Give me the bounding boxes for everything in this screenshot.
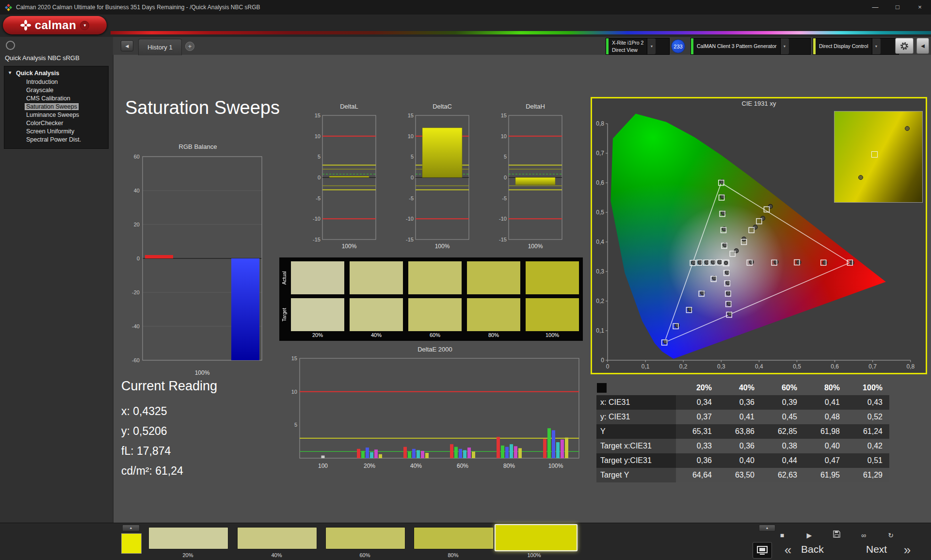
svg-text:15: 15 — [315, 112, 321, 118]
back-button[interactable]: Back — [801, 544, 824, 555]
svg-text:0,8: 0,8 — [906, 363, 915, 370]
delta-c-chart: DeltaC151050-5-10-15100% — [399, 103, 472, 254]
sidebar-collapse-button[interactable]: ◀ — [121, 40, 133, 51]
svg-text:-5: -5 — [502, 195, 507, 201]
display-view-button[interactable] — [753, 542, 772, 559]
svg-text:-40: -40 — [132, 323, 140, 329]
svg-text:5: 5 — [411, 154, 414, 160]
swatch-column-label: 80% — [467, 332, 520, 338]
svg-text:-5: -5 — [409, 195, 414, 201]
table-cell: 62,85 — [761, 424, 804, 439]
current-pattern-swatch — [121, 533, 142, 554]
cie-values-table: 20%40%60%80%100%x: CIE310,340,360,390,41… — [596, 381, 889, 482]
reading-cdm2: cd/m²: 61,24 — [121, 461, 217, 481]
meter-dropdown[interactable]: X-Rite i1Pro 2 Direct View ▼ — [606, 38, 670, 55]
table-cell: 0,41 — [719, 410, 761, 424]
rgb-balance-svg: RGB Balance6040200-20-40-60100% — [120, 142, 266, 381]
table-row: x: CIE310,340,360,390,410,43 — [596, 395, 889, 410]
next-chevron-button[interactable]: » — [899, 542, 915, 558]
display-control-dropdown[interactable]: Direct Display Control ▼ — [813, 38, 899, 55]
table-cell: 64,64 — [676, 468, 719, 482]
sidebar-item-cms-calibration[interactable]: CMS Calibration — [4, 95, 108, 103]
next-button[interactable]: Next — [866, 544, 887, 555]
svg-text:0: 0 — [504, 175, 507, 180]
cie-1931-panel[interactable]: CIE 1931 xy 00,10,20,30,40,50,60,70,800,… — [591, 97, 927, 374]
pattern-swatch-100%[interactable] — [495, 524, 578, 551]
maximize-button[interactable]: □ — [886, 0, 909, 15]
sidebar-item-saturation-sweeps[interactable]: Saturation Sweeps — [4, 103, 108, 111]
expand-controls-button[interactable]: ▲ — [759, 525, 775, 531]
pattern-swatch-20%[interactable] — [148, 527, 228, 549]
tree-root-quick-analysis[interactable]: ▾ Quick Analysis — [4, 69, 108, 78]
table-row: Target Y64,6463,5062,6361,9561,29 — [596, 468, 889, 482]
swatch-column-label: 20% — [291, 332, 344, 338]
target-swatch-100% — [526, 298, 579, 331]
table-row-label: y: CIE31 — [596, 410, 676, 424]
save-button[interactable] — [828, 529, 845, 542]
settings-button[interactable] — [895, 38, 914, 54]
cie-chart-title: CIE 1931 xy — [592, 100, 926, 107]
svg-text:40%: 40% — [410, 463, 422, 469]
pattern-swatch-40%[interactable] — [237, 527, 317, 549]
pattern-swatch-60%[interactable] — [325, 527, 405, 549]
chevron-down-icon[interactable]: ▼ — [872, 38, 881, 54]
tab-history1[interactable]: History 1 — [138, 39, 182, 55]
svg-text:20%: 20% — [364, 463, 375, 469]
svg-text:0: 0 — [601, 357, 604, 364]
svg-text:-20: -20 — [132, 289, 140, 295]
svg-text:60%: 60% — [457, 463, 468, 469]
chevron-down-icon[interactable]: ▼ — [80, 21, 89, 30]
play-button[interactable]: ▶ — [801, 529, 818, 542]
svg-text:0,7: 0,7 — [596, 150, 604, 157]
table-cell: 0,36 — [719, 439, 761, 453]
svg-text:5: 5 — [504, 154, 507, 160]
table-row: y: CIE310,370,410,450,480,52 — [596, 410, 889, 424]
brand-bar: calman ▼ — [0, 15, 931, 37]
table-cell: 61,29 — [847, 468, 889, 482]
actual-swatch-60% — [408, 261, 462, 294]
navigation-sidebar: Quick Analysis NBC sRGB ▾ Quick Analysis… — [0, 37, 113, 523]
close-button[interactable]: × — [909, 0, 931, 15]
pattern-swatch-80%[interactable] — [414, 527, 494, 549]
measurement-table: 20%40%60%80%100%x: CIE310,340,360,390,41… — [596, 381, 889, 482]
right-panel-collapse-button[interactable]: ◀ — [916, 38, 929, 54]
add-tab-button[interactable]: + — [185, 42, 194, 51]
sidebar-item-grayscale[interactable]: Grayscale — [4, 86, 108, 95]
svg-text:-10: -10 — [406, 216, 414, 222]
svg-text:40: 40 — [134, 188, 140, 193]
svg-text:-10: -10 — [499, 216, 507, 222]
target-swatch-80% — [467, 298, 520, 331]
record-indicator-icon[interactable] — [6, 41, 15, 50]
refresh-button[interactable]: ↻ — [883, 529, 899, 542]
table-cell: 0,48 — [804, 410, 847, 424]
sidebar-item-spectral-power-dist-[interactable]: Spectral Power Dist. — [4, 136, 108, 144]
svg-text:DeltaE 2000: DeltaE 2000 — [417, 346, 452, 353]
chevron-down-icon[interactable]: ▼ — [647, 38, 656, 54]
svg-text:100%: 100% — [435, 243, 450, 250]
chevron-down-icon[interactable]: ▼ — [780, 38, 789, 54]
svg-text:0,6: 0,6 — [831, 363, 839, 370]
meter-count-badge[interactable]: 233 — [671, 39, 685, 53]
table-cell: 63,50 — [719, 468, 761, 482]
table-cell: 0,37 — [676, 410, 719, 424]
calman-flower-icon — [20, 20, 31, 31]
sidebar-item-luminance-sweeps[interactable]: Luminance Sweeps — [4, 111, 108, 119]
gear-icon — [899, 41, 909, 51]
pattern-generator-dropdown[interactable]: CalMAN Client 3 Pattern Generator ▼ — [690, 38, 811, 55]
sidebar-item-colorchecker[interactable]: ColorChecker — [4, 119, 108, 128]
sidebar-item-introduction[interactable]: Introduction — [4, 78, 108, 86]
continuous-loop-button[interactable]: ∞ — [855, 529, 872, 542]
minimize-button[interactable]: — — [864, 0, 886, 15]
stop-button[interactable]: ■ — [774, 529, 790, 542]
svg-text:0,5: 0,5 — [793, 363, 801, 370]
back-chevron-button[interactable]: « — [780, 542, 796, 558]
tree-expanded-icon: ▾ — [9, 70, 11, 75]
expand-swatch-tray-button[interactable]: ▲ — [122, 525, 140, 531]
reading-x: x: 0,4325 — [121, 401, 217, 421]
sidebar-item-screen-uniformity[interactable]: Screen Uniformity — [4, 128, 108, 136]
pattern-swatch-label: 20% — [148, 552, 227, 558]
svg-text:-15: -15 — [499, 237, 507, 242]
app-icon — [5, 4, 12, 11]
table-row-label: Target x:CIE31 — [596, 439, 676, 453]
calman-logo-menu[interactable]: calman ▼ — [3, 16, 107, 34]
